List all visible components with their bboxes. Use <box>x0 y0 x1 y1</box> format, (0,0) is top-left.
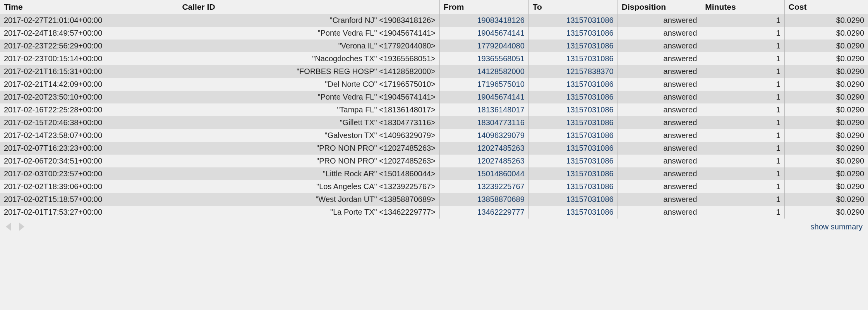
table-row[interactable]: 2017-02-14T23:58:07+00:00"Galveston TX" … <box>0 129 868 142</box>
cell-minutes: 1 <box>701 52 785 65</box>
col-header-cost[interactable]: Cost <box>784 0 868 14</box>
cell-minutes: 1 <box>701 103 785 116</box>
table-row[interactable]: 2017-02-24T18:49:57+00:00"Ponte Vedra FL… <box>0 27 868 40</box>
cell-caller: "Los Angeles CA" <13239225767> <box>178 180 439 193</box>
col-header-minutes[interactable]: Minutes <box>701 0 785 14</box>
cell-to: 13157031086 <box>528 129 618 142</box>
cell-caller: "FORBES REG HOSP" <14128582000> <box>178 65 439 78</box>
cell-minutes: 1 <box>701 206 785 219</box>
cell-to: 13157031086 <box>528 78 618 91</box>
cell-caller: "Verona IL" <17792044080> <box>178 40 439 52</box>
cell-time: 2017-02-16T22:25:28+00:00 <box>0 103 178 116</box>
table-row[interactable]: 2017-02-15T20:46:38+00:00"Gillett TX" <1… <box>0 116 868 129</box>
cell-caller: "West Jordan UT" <13858870689> <box>178 193 439 206</box>
cell-time: 2017-02-02T15:18:57+00:00 <box>0 193 178 206</box>
show-summary-link[interactable]: show summary <box>811 222 863 231</box>
call-log-table: Time Caller ID From To Disposition Minut… <box>0 0 868 219</box>
pager <box>4 221 26 232</box>
cell-from: 19045674141 <box>439 91 528 103</box>
cell-to: 13157031086 <box>528 40 618 52</box>
cell-caller: "Ponte Vedra FL" <19045674141> <box>178 27 439 40</box>
cell-from: 18304773116 <box>439 116 528 129</box>
cell-time: 2017-02-14T23:58:07+00:00 <box>0 129 178 142</box>
cell-to: 13157031086 <box>528 206 618 219</box>
cell-time: 2017-02-21T14:42:09+00:00 <box>0 78 178 91</box>
cell-minutes: 1 <box>701 78 785 91</box>
cell-caller: "PRO NON PRO" <12027485263> <box>178 155 439 167</box>
cell-caller: "Galveston TX" <14096329079> <box>178 129 439 142</box>
cell-minutes: 1 <box>701 27 785 40</box>
cell-to: 13157031086 <box>528 116 618 129</box>
cell-to: 13157031086 <box>528 167 618 180</box>
table-row[interactable]: 2017-02-01T17:53:27+00:00"La Porte TX" <… <box>0 206 868 219</box>
cell-cost: $0.0290 <box>784 78 868 91</box>
table-row[interactable]: 2017-02-16T22:25:28+00:00"Tampa FL" <181… <box>0 103 868 116</box>
cell-from: 17792044080 <box>439 40 528 52</box>
cell-cost: $0.0290 <box>784 40 868 52</box>
cell-caller: "Del Norte CO" <17196575010> <box>178 78 439 91</box>
cell-minutes: 1 <box>701 116 785 129</box>
cell-from: 12027485263 <box>439 142 528 155</box>
col-header-to[interactable]: To <box>528 0 618 14</box>
cell-minutes: 1 <box>701 40 785 52</box>
triangle-left-icon <box>5 222 13 232</box>
table-row[interactable]: 2017-02-02T15:18:57+00:00"West Jordan UT… <box>0 193 868 206</box>
cell-disposition: answered <box>618 52 701 65</box>
cell-from: 14128582000 <box>439 65 528 78</box>
table-row[interactable]: 2017-02-02T18:39:06+00:00"Los Angeles CA… <box>0 180 868 193</box>
col-header-disposition[interactable]: Disposition <box>618 0 701 14</box>
cell-cost: $0.0290 <box>784 142 868 155</box>
cell-caller: "Cranford NJ" <19083418126> <box>178 14 439 27</box>
cell-cost: $0.0290 <box>784 129 868 142</box>
col-header-time[interactable]: Time <box>0 0 178 14</box>
cell-time: 2017-02-01T17:53:27+00:00 <box>0 206 178 219</box>
cell-disposition: answered <box>618 142 701 155</box>
cell-disposition: answered <box>618 206 701 219</box>
cell-from: 19045674141 <box>439 27 528 40</box>
table-row[interactable]: 2017-02-03T00:23:57+00:00"Little Rock AR… <box>0 167 868 180</box>
cell-to: 13157031086 <box>528 180 618 193</box>
cell-time: 2017-02-02T18:39:06+00:00 <box>0 180 178 193</box>
cell-to: 13157031086 <box>528 14 618 27</box>
cell-minutes: 1 <box>701 180 785 193</box>
cell-cost: $0.0290 <box>784 65 868 78</box>
col-header-caller[interactable]: Caller ID <box>178 0 439 14</box>
cell-caller: "Little Rock AR" <15014860044> <box>178 167 439 180</box>
table-footer: show summary <box>0 219 868 236</box>
cell-time: 2017-02-24T18:49:57+00:00 <box>0 27 178 40</box>
cell-disposition: answered <box>618 193 701 206</box>
cell-disposition: answered <box>618 65 701 78</box>
table-row[interactable]: 2017-02-07T16:23:23+00:00"PRO NON PRO" <… <box>0 142 868 155</box>
cell-from: 18136148017 <box>439 103 528 116</box>
cell-minutes: 1 <box>701 91 785 103</box>
cell-cost: $0.0290 <box>784 167 868 180</box>
cell-minutes: 1 <box>701 142 785 155</box>
cell-to: 13157031086 <box>528 91 618 103</box>
cell-from: 13858870689 <box>439 193 528 206</box>
cell-from: 19365568051 <box>439 52 528 65</box>
table-row[interactable]: 2017-02-21T16:15:31+00:00"FORBES REG HOS… <box>0 65 868 78</box>
cell-time: 2017-02-03T00:23:57+00:00 <box>0 167 178 180</box>
cell-disposition: answered <box>618 129 701 142</box>
table-row[interactable]: 2017-02-27T21:01:04+00:00"Cranford NJ" <… <box>0 14 868 27</box>
table-row[interactable]: 2017-02-20T23:50:10+00:00"Ponte Vedra FL… <box>0 91 868 103</box>
table-row[interactable]: 2017-02-23T22:56:29+00:00"Verona IL" <17… <box>0 40 868 52</box>
prev-page-button[interactable] <box>4 221 14 232</box>
cell-cost: $0.0290 <box>784 116 868 129</box>
col-header-from[interactable]: From <box>439 0 528 14</box>
cell-caller: "Gillett TX" <18304773116> <box>178 116 439 129</box>
table-row[interactable]: 2017-02-06T20:34:51+00:00"PRO NON PRO" <… <box>0 155 868 167</box>
cell-minutes: 1 <box>701 167 785 180</box>
next-page-button[interactable] <box>16 221 26 232</box>
cell-minutes: 1 <box>701 65 785 78</box>
cell-to: 13157031086 <box>528 27 618 40</box>
cell-disposition: answered <box>618 78 701 91</box>
cell-to: 12157838370 <box>528 65 618 78</box>
cell-disposition: answered <box>618 155 701 167</box>
cell-disposition: answered <box>618 91 701 103</box>
table-row[interactable]: 2017-02-23T00:15:14+00:00"Nacogdoches TX… <box>0 52 868 65</box>
table-row[interactable]: 2017-02-21T14:42:09+00:00"Del Norte CO" … <box>0 78 868 91</box>
cell-to: 13157031086 <box>528 193 618 206</box>
cell-from: 17196575010 <box>439 78 528 91</box>
cell-caller: "PRO NON PRO" <12027485263> <box>178 142 439 155</box>
